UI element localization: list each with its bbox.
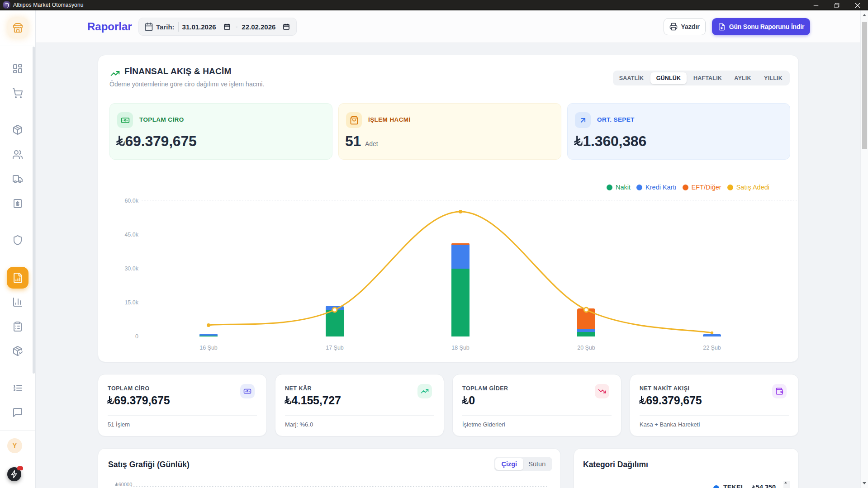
svg-text:22 Şub: 22 Şub — [703, 345, 721, 351]
svg-text:16 Şub: 16 Şub — [199, 345, 218, 351]
svg-text:60.0k: 60.0k — [124, 198, 138, 204]
svg-text:15.0k: 15.0k — [124, 299, 138, 306]
svg-text:30.0k: 30.0k — [124, 265, 138, 272]
svg-text:45.0k: 45.0k — [124, 232, 138, 238]
svg-text:0: 0 — [135, 333, 138, 340]
svg-text:20 Şub: 20 Şub — [577, 345, 595, 351]
svg-text:17 Şub: 17 Şub — [326, 345, 344, 351]
svg-text:18 Şub: 18 Şub — [451, 345, 470, 351]
